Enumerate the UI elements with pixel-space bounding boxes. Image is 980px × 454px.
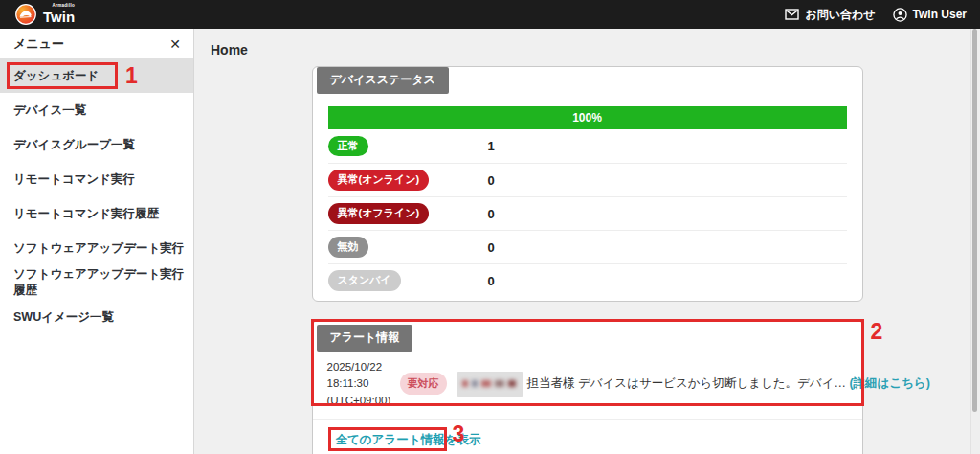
status-row-normal: 正常 1 bbox=[328, 129, 847, 163]
contact-button[interactable]: お問い合わせ bbox=[785, 7, 875, 23]
show-all-alerts-link[interactable]: 全てのアラート情報を表示 bbox=[336, 432, 481, 448]
sidebar-item-label: リモートコマンド実行履歴 bbox=[13, 206, 159, 222]
sidebar-item-label: ダッシュボード bbox=[13, 68, 99, 84]
status-badge-error-online: 異常(オンライン) bbox=[328, 170, 430, 190]
sidebar-item-label: リモートコマンド実行 bbox=[13, 171, 135, 188]
menu-header: メニュー ✕ bbox=[0, 29, 193, 58]
armadillo-logo-icon bbox=[15, 4, 36, 25]
sidebar-item-label: ソフトウェアアップデート実行 bbox=[13, 240, 184, 257]
sidebar-item-device-list[interactable]: デバイス一覧 bbox=[0, 93, 193, 127]
alert-details-link[interactable]: (詳細はこちら) bbox=[849, 376, 930, 390]
progress-bar-100: 100% bbox=[328, 106, 847, 129]
alert-entry-row: 2025/10/22 18:11:30 (UTC+09:00) 要対応 担当者様… bbox=[313, 352, 862, 419]
top-bar: ArmadilloTwin お問い合わせ Twin User bbox=[0, 0, 980, 29]
topbar-right: お問い合わせ Twin User bbox=[785, 7, 967, 23]
status-row-disabled: 無効 0 bbox=[328, 230, 847, 263]
sidebar-item-remote-command-history[interactable]: リモートコマンド実行履歴 bbox=[0, 196, 193, 231]
contact-label: お問い合わせ bbox=[805, 7, 875, 23]
sidebar-item-dashboard[interactable]: ダッシュボード 1 bbox=[0, 58, 193, 93]
sidebar-item-label: ソフトウェアアップデート実行履歴 bbox=[13, 266, 193, 299]
status-row-error-offline: 異常(オフライン) 0 bbox=[328, 196, 847, 230]
armadillo-twin-logo[interactable]: ArmadilloTwin bbox=[15, 4, 75, 25]
alert-time: 18:11:30 bbox=[327, 375, 400, 392]
status-value-normal: 1 bbox=[488, 139, 495, 153]
main-content: Home デバイスステータス 100% 正常 1 異常(オンライン) 0 異常(… bbox=[194, 29, 980, 454]
device-status-card: デバイスステータス 100% 正常 1 異常(オンライン) 0 異常(オフライン… bbox=[312, 66, 863, 302]
scrollbar-track bbox=[970, 29, 980, 454]
redacted-device-name bbox=[457, 372, 523, 397]
alert-timezone: (UTC+09:00) bbox=[327, 393, 400, 409]
sidebar-item-label: デバイス一覧 bbox=[13, 102, 86, 119]
alert-footer: 全てのアラート情報を表示 3 bbox=[313, 419, 862, 454]
redacted-blur bbox=[462, 380, 516, 387]
sidebar-item-device-group-list[interactable]: デバイスグループ一覧 bbox=[0, 127, 193, 162]
brand-superscript: Armadillo bbox=[53, 4, 75, 9]
page-title: Home bbox=[194, 29, 980, 57]
status-value-disabled: 0 bbox=[488, 240, 495, 255]
annotation-digit-2: 2 bbox=[871, 321, 883, 343]
scrollbar[interactable] bbox=[972, 29, 977, 412]
menu-title: メニュー bbox=[13, 35, 64, 53]
sidebar-item-swu-image-list[interactable]: SWUイメージ一覧 bbox=[0, 300, 193, 334]
status-badge-standby: スタンバイ bbox=[328, 270, 401, 290]
user-icon bbox=[893, 8, 907, 22]
sidebar-menu: メニュー ✕ ダッシュボード 1 デバイス一覧 デバイスグループ一覧 リモートコ… bbox=[0, 29, 194, 454]
sidebar-item-label: SWUイメージ一覧 bbox=[13, 309, 114, 326]
annotation-digit-1: 1 bbox=[125, 65, 138, 87]
close-icon[interactable]: ✕ bbox=[169, 37, 181, 51]
device-status-progress: 100% bbox=[328, 106, 847, 129]
status-value-standby: 0 bbox=[488, 274, 495, 288]
alert-timestamp: 2025/10/22 18:11:30 (UTC+09:00) bbox=[327, 359, 400, 409]
status-badge-normal: 正常 bbox=[328, 136, 368, 156]
user-menu[interactable]: Twin User bbox=[893, 8, 967, 22]
status-badge-disabled: 無効 bbox=[328, 237, 368, 257]
progress-label: 100% bbox=[572, 111, 602, 125]
sidebar-item-software-update-history[interactable]: ソフトウェアアップデート実行履歴 bbox=[0, 265, 193, 300]
alert-message: 担当者様 デバイスはサービスから切断しました。デバイ… (詳細はこちら) bbox=[527, 375, 930, 392]
alert-date: 2025/10/22 bbox=[327, 359, 400, 375]
sidebar-item-software-update[interactable]: ソフトウェアアップデート実行 bbox=[0, 231, 193, 265]
alert-status-badge: 要対応 bbox=[400, 373, 447, 395]
sidebar-item-label: デバイスグループ一覧 bbox=[13, 137, 135, 153]
alert-info-card: アラート情報 2025/10/22 18:11:30 (UTC+09:00) 要… bbox=[312, 320, 863, 454]
envelope-icon bbox=[785, 9, 799, 20]
status-value-error-online: 0 bbox=[488, 173, 495, 188]
status-row-error-online: 異常(オンライン) 0 bbox=[328, 163, 847, 196]
alert-message-text: 担当者様 デバイスはサービスから切断しました。デバイ… bbox=[527, 376, 846, 390]
status-badge-error-offline: 異常(オフライン) bbox=[328, 203, 430, 223]
device-status-tab: デバイスステータス bbox=[317, 67, 449, 94]
status-row-standby: スタンバイ 0 bbox=[328, 263, 847, 297]
status-value-error-offline: 0 bbox=[488, 207, 495, 221]
sidebar-item-remote-command[interactable]: リモートコマンド実行 bbox=[0, 162, 193, 196]
brand-name: ArmadilloTwin bbox=[43, 6, 75, 24]
alert-info-tab: アラート情報 bbox=[317, 325, 413, 352]
user-label: Twin User bbox=[913, 8, 967, 21]
